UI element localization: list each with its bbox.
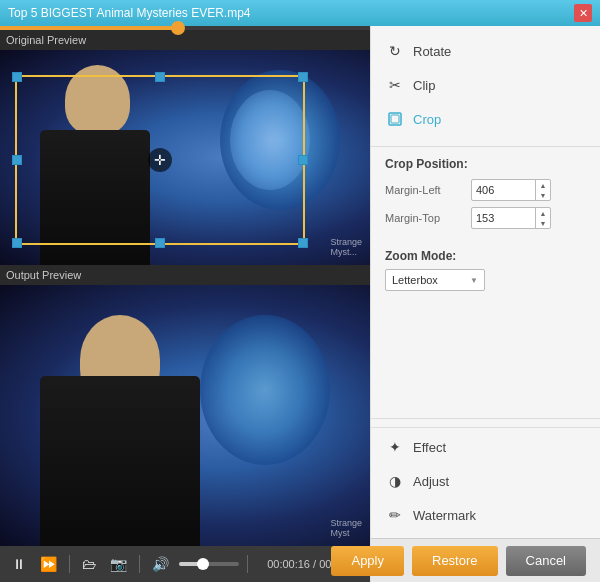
effect-label: Effect	[413, 440, 446, 455]
margin-top-label: Margin-Top	[385, 212, 465, 224]
margin-left-input[interactable]: 406 ▲ ▼	[471, 179, 551, 201]
output-video-bg: StrangeMyst	[0, 285, 370, 546]
svg-rect-1	[391, 115, 399, 123]
rotate-label: Rotate	[413, 44, 451, 59]
time-separator: /	[313, 558, 316, 570]
controls-bar: ⏸ ⏩ 🗁 📷 🔊 00:00:16 / 00:05:39	[0, 546, 370, 582]
right-panel: ↻ Rotate ✂ Clip Crop Crop Position:	[370, 26, 600, 582]
crop-position-title: Crop Position:	[385, 157, 586, 171]
progress-bar-container[interactable]	[0, 26, 370, 30]
watermark-output: StrangeMyst	[330, 518, 362, 538]
volume-thumb[interactable]	[197, 558, 209, 570]
watermark-original: StrangeMyst...	[330, 237, 362, 257]
left-panel: Original Preview StrangeMyst... ✛ Outpu	[0, 26, 370, 582]
crop-handle-ml[interactable]	[12, 155, 22, 165]
tool-item-rotate[interactable]: ↻ Rotate	[371, 34, 600, 68]
separator-1	[371, 146, 600, 147]
title-bar: Top 5 BIGGEST Animal Mysteries EVER.mp4 …	[0, 0, 600, 26]
zoom-mode-value: Letterbox	[392, 274, 438, 286]
crop-icon	[385, 109, 405, 129]
tool-item-adjust[interactable]: ◑ Adjust	[371, 464, 600, 498]
crop-handle-br[interactable]	[298, 238, 308, 248]
tool-list-top: ↻ Rotate ✂ Clip Crop	[371, 26, 600, 144]
zoom-mode-title: Zoom Mode:	[385, 249, 586, 263]
move-icon[interactable]: ✛	[148, 148, 172, 172]
tool-item-effect[interactable]: ✦ Effect	[371, 430, 600, 464]
footer: Apply Restore Cancel	[371, 538, 600, 582]
margin-left-label: Margin-Left	[385, 184, 465, 196]
crop-label: Crop	[413, 112, 441, 127]
zoom-mode-dropdown[interactable]: Letterbox ▼	[385, 269, 485, 291]
cancel-button[interactable]: Cancel	[506, 546, 586, 576]
main-container: Original Preview StrangeMyst... ✛ Outpu	[0, 26, 600, 582]
volume-slider[interactable]	[179, 562, 239, 566]
tool-item-watermark[interactable]: ✏ Watermark	[371, 498, 600, 532]
crop-settings: Crop Position: Margin-Left 406 ▲ ▼ Margi…	[371, 149, 600, 243]
clip-icon: ✂	[385, 75, 405, 95]
margin-top-input[interactable]: 153 ▲ ▼	[471, 207, 551, 229]
spacer	[371, 299, 600, 418]
fast-forward-button[interactable]: ⏩	[36, 555, 61, 573]
volume-button[interactable]: 🔊	[148, 555, 173, 573]
margin-left-row: Margin-Left 406 ▲ ▼	[385, 179, 586, 201]
output-person-body	[40, 376, 200, 546]
original-preview-label: Original Preview	[0, 30, 370, 50]
adjust-icon: ◑	[385, 471, 405, 491]
progress-thumb[interactable]	[171, 21, 185, 35]
output-preview-label: Output Preview	[0, 265, 370, 285]
crop-handle-bl[interactable]	[12, 238, 22, 248]
crop-handle-mr[interactable]	[298, 155, 308, 165]
divider-1	[69, 555, 70, 573]
progress-bar-fill	[0, 26, 178, 30]
clip-label: Clip	[413, 78, 435, 93]
crop-handle-tr[interactable]	[298, 72, 308, 82]
margin-top-value: 153	[472, 212, 535, 224]
bottom-tools: ✦ Effect ◑ Adjust ✏ Watermark	[371, 418, 600, 538]
crop-box[interactable]: ✛	[15, 75, 305, 245]
watermark-icon: ✏	[385, 505, 405, 525]
restore-button[interactable]: Restore	[412, 546, 498, 576]
tool-item-crop[interactable]: Crop	[371, 102, 600, 136]
adjust-label: Adjust	[413, 474, 449, 489]
camera-button[interactable]: 📷	[106, 555, 131, 573]
tool-item-clip[interactable]: ✂ Clip	[371, 68, 600, 102]
apply-button[interactable]: Apply	[331, 546, 404, 576]
margin-top-up[interactable]: ▲	[536, 208, 550, 218]
close-button[interactable]: ✕	[574, 4, 592, 22]
margin-left-spinners[interactable]: ▲ ▼	[535, 180, 550, 200]
window-title: Top 5 BIGGEST Animal Mysteries EVER.mp4	[8, 6, 251, 20]
time-current: 00:00:16	[267, 558, 310, 570]
folder-button[interactable]: 🗁	[78, 555, 100, 573]
effect-icon: ✦	[385, 437, 405, 457]
margin-top-row: Margin-Top 153 ▲ ▼	[385, 207, 586, 229]
margin-top-spinners[interactable]: ▲ ▼	[535, 208, 550, 228]
zoom-section: Zoom Mode: Letterbox ▼	[371, 243, 600, 299]
margin-top-down[interactable]: ▼	[536, 218, 550, 228]
divider-2	[139, 555, 140, 573]
play-pause-button[interactable]: ⏸	[8, 555, 30, 573]
output-preview: StrangeMyst	[0, 285, 370, 546]
dropdown-arrow-icon: ▼	[470, 276, 478, 285]
watermark-label: Watermark	[413, 508, 476, 523]
margin-left-up[interactable]: ▲	[536, 180, 550, 190]
margin-left-value: 406	[472, 184, 535, 196]
rotate-icon: ↻	[385, 41, 405, 61]
crop-handle-tm[interactable]	[155, 72, 165, 82]
margin-left-down[interactable]: ▼	[536, 190, 550, 200]
crop-handle-bm[interactable]	[155, 238, 165, 248]
divider-3	[247, 555, 248, 573]
crop-handle-tl[interactable]	[12, 72, 22, 82]
original-preview: StrangeMyst... ✛	[0, 50, 370, 265]
separator-2	[371, 427, 600, 428]
